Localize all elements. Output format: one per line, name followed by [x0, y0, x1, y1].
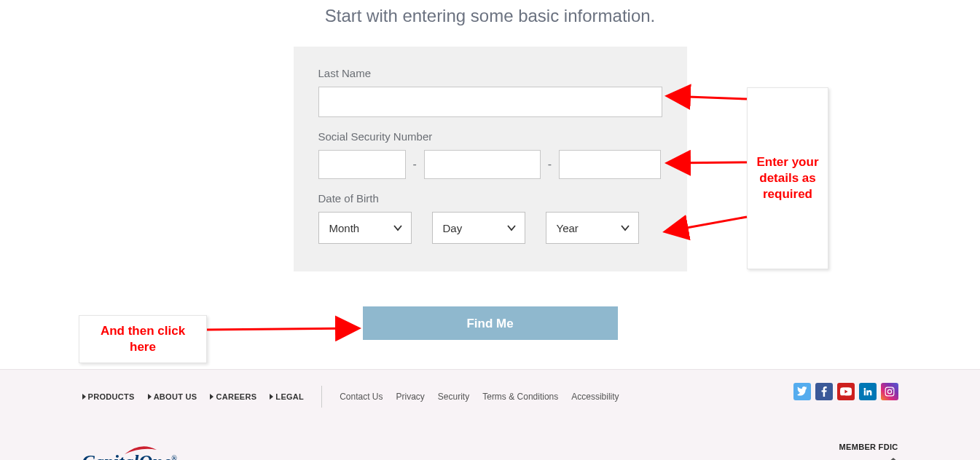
dob-row: Month Day Year [318, 212, 662, 244]
ssn-part-2-input[interactable] [424, 150, 541, 179]
footer-link-legal-label: LEGAL [275, 392, 304, 401]
linkedin-icon[interactable] [859, 383, 877, 400]
ssn-part-1-input[interactable] [318, 150, 406, 179]
social-row [793, 383, 898, 400]
facebook-icon[interactable] [815, 383, 833, 400]
footer-separator [321, 386, 322, 408]
dob-year-select[interactable]: Year [546, 212, 639, 244]
dob-month-select[interactable]: Month [318, 212, 412, 244]
svg-point-5 [887, 389, 891, 393]
chevron-down-icon [392, 222, 404, 234]
ssn-dash-2: - [548, 158, 552, 171]
footer-link-security[interactable]: Security [438, 392, 469, 402]
footer-link-contact[interactable]: Contact Us [340, 392, 383, 402]
dob-label: Date of Birth [318, 192, 662, 205]
ssn-label: Social Security Number [318, 130, 662, 143]
dob-day-select[interactable]: Day [432, 212, 525, 244]
footer-link-products-label: PRODUCTS [88, 392, 135, 401]
chevron-down-icon [619, 222, 631, 234]
ssn-part-3-input[interactable] [559, 150, 661, 179]
member-fdic-text: MEMBER FDIC [797, 443, 898, 451]
find-me-button[interactable]: Find Me [363, 306, 618, 340]
youtube-icon[interactable] [837, 383, 855, 400]
capital-one-logo: CapitalOne® [82, 453, 177, 460]
dob-day-value: Day [443, 222, 463, 234]
instagram-icon[interactable] [881, 383, 898, 400]
footer: PRODUCTS ABOUT US CAREERS LEGAL Contact … [0, 369, 980, 460]
dob-month-value: Month [329, 222, 360, 234]
footer-link-about-label: ABOUT US [154, 392, 197, 401]
footer-link-privacy[interactable]: Privacy [396, 392, 425, 402]
svg-point-6 [891, 389, 892, 389]
caret-right-icon [270, 394, 273, 400]
caret-right-icon [210, 394, 213, 400]
dob-year-value: Year [557, 222, 579, 234]
chevron-down-icon [506, 222, 517, 234]
caret-right-icon [148, 394, 152, 400]
footer-link-accessibility[interactable]: Accessibility [571, 392, 619, 402]
caret-right-icon [82, 394, 86, 400]
footer-link-careers[interactable]: CAREERS [210, 392, 256, 401]
form-card: Last Name Social Security Number - - Dat… [294, 47, 687, 271]
footer-link-about[interactable]: ABOUT US [148, 392, 197, 401]
twitter-icon[interactable] [793, 383, 811, 400]
callout-enter-details: Enter your details as required [747, 87, 828, 269]
ssn-row: - - [318, 150, 662, 179]
last-name-label: Last Name [318, 67, 662, 79]
svg-rect-4 [885, 387, 894, 396]
callout-click-here: And then click here [79, 315, 207, 363]
logo-swoosh-icon [125, 445, 157, 456]
footer-link-products[interactable]: PRODUCTS [82, 392, 135, 401]
ssn-dash-1: - [413, 158, 417, 171]
footer-link-legal[interactable]: LEGAL [270, 392, 304, 401]
page-subtitle: Start with entering some basic informati… [0, 6, 980, 26]
footer-link-careers-label: CAREERS [216, 392, 256, 401]
last-name-input[interactable] [318, 87, 662, 117]
footer-link-terms[interactable]: Terms & Conditions [482, 392, 558, 402]
